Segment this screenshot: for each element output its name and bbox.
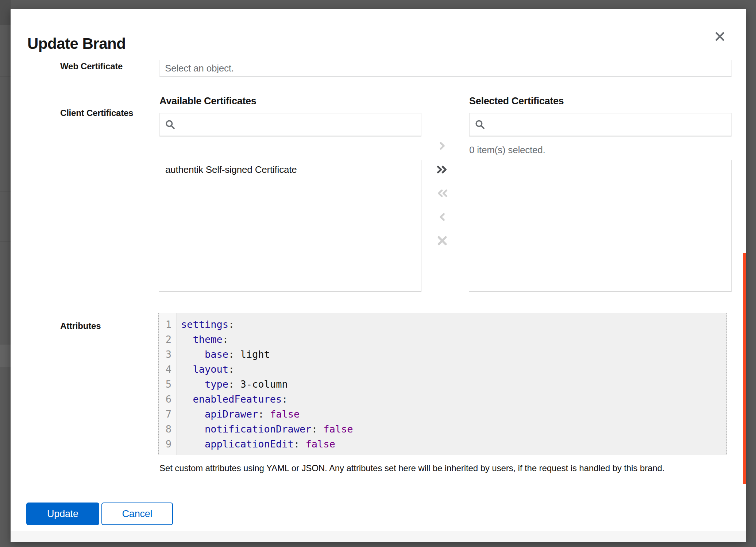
selected-search-input[interactable]	[490, 119, 726, 131]
line-number: 2	[159, 332, 176, 347]
cancel-button[interactable]: Cancel	[101, 503, 173, 525]
selected-certificates-search[interactable]	[469, 113, 732, 136]
available-certificates-search[interactable]	[159, 113, 421, 136]
line-number: 6	[159, 392, 176, 407]
line-number: 8	[159, 422, 176, 437]
line-number: 7	[159, 407, 176, 422]
chevron-right-icon	[437, 141, 447, 151]
search-icon	[165, 119, 176, 130]
modal-footer-strip	[11, 531, 746, 542]
code-line: 4 layout:	[159, 362, 726, 377]
move-selected-right-button[interactable]	[432, 136, 452, 155]
selected-certificates-title: Selected Certificates	[469, 96, 564, 107]
background-separator	[0, 191, 11, 192]
screen: { "colors": { "primary_blue": "#0066cc",…	[0, 0, 756, 547]
background-page-remnant	[0, 345, 11, 367]
move-selected-left-button[interactable]	[432, 207, 452, 226]
move-all-right-button[interactable]	[432, 160, 452, 179]
line-number: 1	[159, 317, 176, 332]
line-number: 5	[159, 377, 176, 392]
line-number: 9	[159, 437, 176, 451]
code-line: 2 theme:	[159, 332, 726, 347]
line-number: 4	[159, 362, 176, 377]
attributes-help-text: Set custom attributes using YAML or JSON…	[159, 463, 732, 473]
update-button[interactable]: Update	[26, 503, 99, 525]
web-certificate-select[interactable]	[159, 60, 732, 77]
search-icon	[475, 119, 486, 130]
attributes-label: Attributes	[60, 321, 101, 331]
background-page-remnant	[0, 0, 11, 25]
chevron-left-icon	[437, 212, 447, 222]
client-certificates-label: Client Certificates	[60, 108, 133, 118]
transfer-controls	[432, 136, 452, 255]
close-icon[interactable]	[711, 28, 729, 45]
times-icon	[437, 235, 448, 246]
attributes-code-editor[interactable]: 1settings:2 theme:3 base: light4 layout:…	[158, 313, 727, 455]
modal-title: Update Brand	[27, 35, 126, 53]
red-accent-bar	[743, 253, 746, 484]
background-separator	[0, 76, 11, 77]
clear-selection-button[interactable]	[432, 231, 452, 250]
code-line: 5 type: 3-column	[159, 377, 726, 392]
background-separator	[0, 241, 11, 242]
code-line: 8 notificationDrawer: false	[159, 422, 726, 437]
line-number: 3	[159, 347, 176, 362]
code-line: 9 applicationEdit: false	[159, 437, 726, 451]
code-line: 3 base: light	[159, 347, 726, 362]
available-certificates-title: Available Certificates	[159, 96, 256, 107]
code-line: 1settings:	[159, 317, 726, 332]
selected-certificates-list[interactable]	[469, 160, 732, 292]
code-line: 6 enabledFeatures:	[159, 392, 726, 407]
update-brand-modal: Update Brand Web Certificate Client Cert…	[11, 9, 746, 542]
double-chevron-left-icon	[436, 189, 449, 198]
web-certificate-label: Web Certificate	[60, 61, 123, 71]
move-all-left-button[interactable]	[432, 184, 452, 203]
code-line: 7 apiDrawer: false	[159, 407, 726, 422]
double-chevron-right-icon	[436, 165, 449, 174]
available-search-input[interactable]	[180, 119, 416, 131]
selected-count-status: 0 item(s) selected.	[469, 144, 545, 156]
list-item[interactable]: authentik Self-signed Certificate	[159, 160, 421, 179]
available-certificates-list[interactable]: authentik Self-signed Certificate	[159, 160, 421, 292]
